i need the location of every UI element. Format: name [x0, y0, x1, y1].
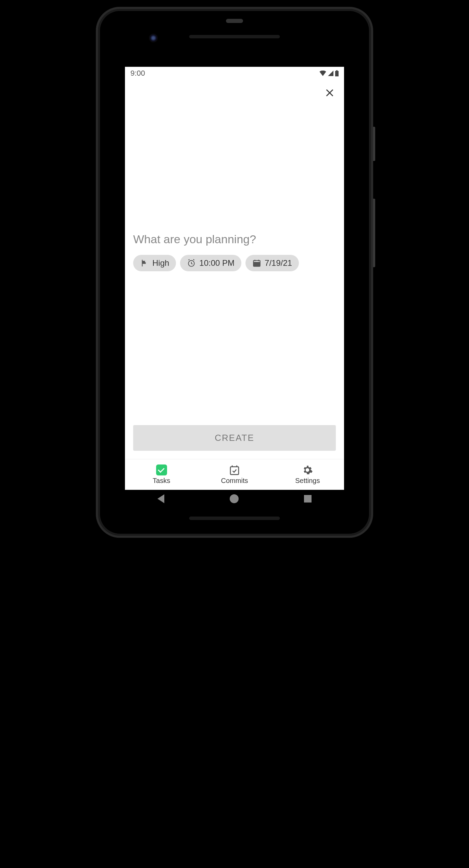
svg-line-5 — [189, 259, 190, 260]
task-input[interactable]: What are you planning? — [133, 233, 336, 246]
battery-icon — [335, 70, 339, 76]
android-home-button[interactable] — [230, 494, 239, 503]
bottom-nav: Tasks Commits — [125, 459, 344, 490]
signal-icon — [328, 71, 334, 76]
create-button[interactable]: CREATE — [133, 425, 336, 451]
android-nav-bar — [125, 491, 344, 507]
calendar-check-icon — [229, 464, 240, 475]
spacer — [133, 271, 336, 425]
gear-icon — [302, 464, 313, 475]
svg-rect-11 — [230, 467, 239, 475]
status-bar: 9:00 — [125, 67, 344, 80]
close-button[interactable] — [324, 87, 336, 99]
nav-tasks[interactable]: Tasks — [125, 464, 198, 485]
date-chip[interactable]: 7/19/21 — [245, 255, 299, 271]
alarm-icon — [187, 259, 196, 268]
nav-commits-label: Commits — [221, 477, 248, 485]
android-recent-button[interactable] — [304, 495, 312, 503]
nav-tasks-label: Tasks — [153, 477, 170, 485]
side-button — [373, 127, 375, 161]
android-back-button[interactable] — [157, 494, 164, 503]
close-icon — [325, 88, 334, 98]
priority-label: High — [152, 258, 169, 268]
chips-row: High 10:00 PM — [133, 255, 336, 271]
phone-frame: 9:00 What are you planning? — [96, 7, 373, 538]
nav-commits[interactable]: Commits — [198, 464, 271, 485]
svg-rect-0 — [335, 71, 339, 76]
camera — [149, 34, 158, 42]
speaker — [189, 35, 280, 38]
svg-line-6 — [193, 259, 194, 260]
status-time: 9:00 — [130, 69, 145, 78]
screen: 9:00 What are you planning? — [125, 67, 344, 490]
nav-settings-label: Settings — [295, 477, 320, 485]
spacer — [133, 102, 336, 233]
time-chip[interactable]: 10:00 PM — [180, 255, 241, 271]
flag-icon — [140, 259, 149, 268]
calendar-icon — [252, 259, 261, 268]
status-icons — [319, 70, 339, 76]
date-label: 7/19/21 — [265, 258, 292, 268]
nav-settings[interactable]: Settings — [271, 464, 344, 485]
svg-rect-8 — [253, 262, 260, 266]
check-icon — [156, 464, 167, 475]
time-label: 10:00 PM — [199, 258, 234, 268]
app-bar — [125, 80, 344, 102]
svg-rect-1 — [336, 70, 338, 71]
speaker — [189, 517, 280, 520]
notch — [226, 19, 243, 23]
side-button — [373, 199, 375, 267]
content: What are you planning? High — [125, 102, 344, 459]
priority-chip[interactable]: High — [133, 255, 176, 271]
wifi-icon — [319, 71, 326, 76]
